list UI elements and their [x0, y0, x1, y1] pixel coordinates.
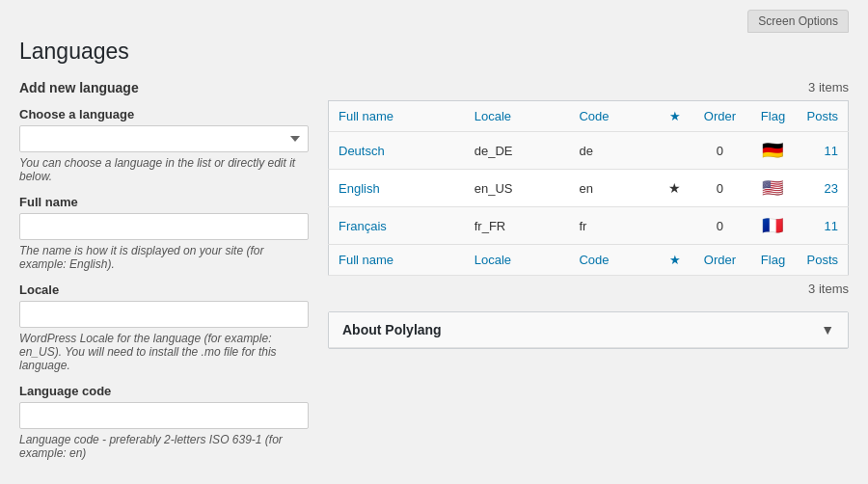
- cell-flag: 🇩🇪: [748, 132, 797, 170]
- language-code-input[interactable]: [19, 402, 309, 429]
- chevron-down-icon: ▼: [821, 322, 834, 337]
- cell-fullname[interactable]: Français: [329, 207, 465, 245]
- content-area: Add new language Choose a language You c…: [19, 80, 849, 471]
- full-name-input[interactable]: [19, 213, 309, 240]
- choose-language-help: You can choose a language in the list or…: [19, 156, 309, 183]
- language-code-group: Language code Language code - preferably…: [19, 384, 309, 460]
- cell-locale: fr_FR: [465, 207, 570, 245]
- cell-flag: 🇫🇷: [748, 207, 797, 245]
- choose-language-select[interactable]: [19, 125, 309, 152]
- languages-table: Full name Locale Code ★ Order Flag Posts…: [328, 100, 849, 276]
- table-footer-row: Full name Locale Code ★ Order Flag Posts: [329, 245, 849, 276]
- cell-flag: 🇺🇸: [748, 170, 797, 207]
- star-icon: ★: [668, 180, 681, 196]
- about-polylang-toggle[interactable]: About Polylang ▼: [329, 312, 848, 348]
- full-name-label: Full name: [19, 195, 309, 209]
- col-footer-code[interactable]: Code: [569, 245, 659, 276]
- language-code-label: Language code: [19, 384, 309, 398]
- col-footer-order[interactable]: Order: [691, 245, 748, 276]
- items-count-bottom: 3 items: [328, 282, 849, 296]
- table-header-row: Full name Locale Code ★ Order Flag Posts: [329, 101, 849, 132]
- cell-star[interactable]: [659, 132, 691, 170]
- cell-code: en: [569, 170, 659, 207]
- cell-posts: 11: [797, 132, 848, 170]
- choose-language-label: Choose a language: [19, 107, 309, 121]
- locale-input[interactable]: [19, 301, 309, 328]
- cell-fullname[interactable]: Deutsch: [329, 132, 465, 170]
- choose-language-group: Choose a language You can choose a langu…: [19, 107, 309, 183]
- screen-options-button[interactable]: Screen Options: [747, 10, 849, 33]
- col-header-fullname[interactable]: Full name: [329, 101, 465, 132]
- col-header-locale[interactable]: Locale: [465, 101, 570, 132]
- cell-posts: 11: [797, 207, 848, 245]
- right-panel: 3 items Full name Locale Code ★ Order Fl…: [328, 80, 849, 349]
- locale-group: Locale WordPress Locale for the language…: [19, 282, 309, 372]
- locale-help: WordPress Locale for the language (for e…: [19, 332, 309, 372]
- add-new-language-title: Add new language: [19, 80, 309, 95]
- locale-label: Locale: [19, 282, 309, 297]
- col-footer-fullname[interactable]: Full name: [329, 245, 465, 276]
- cell-star[interactable]: ★: [659, 170, 691, 207]
- col-header-posts[interactable]: Posts: [797, 101, 848, 132]
- table-row: Deutschde_DEde0🇩🇪11: [329, 132, 849, 170]
- language-code-help: Language code - preferably 2-letters ISO…: [19, 433, 309, 460]
- cell-locale: en_US: [465, 170, 570, 207]
- col-footer-star[interactable]: ★: [659, 245, 691, 276]
- top-bar: Screen Options: [19, 10, 849, 33]
- cell-fullname[interactable]: English: [329, 170, 465, 207]
- col-header-order[interactable]: Order: [691, 101, 748, 132]
- page-title: Languages: [19, 39, 849, 65]
- col-footer-locale[interactable]: Locale: [465, 245, 570, 276]
- col-header-flag: Flag: [748, 101, 797, 132]
- items-count-top: 3 items: [328, 80, 849, 94]
- cell-code: fr: [569, 207, 659, 245]
- col-footer-flag: Flag: [748, 245, 797, 276]
- cell-locale: de_DE: [465, 132, 570, 170]
- cell-star[interactable]: [659, 207, 691, 245]
- cell-code: de: [569, 132, 659, 170]
- page-wrapper: Screen Options Languages Add new languag…: [0, 0, 868, 484]
- about-polylang-section: About Polylang ▼: [328, 311, 849, 349]
- cell-order: 0: [691, 170, 748, 207]
- col-header-code[interactable]: Code: [569, 101, 659, 132]
- table-row: Englishen_USen★0🇺🇸23: [329, 170, 849, 207]
- col-header-star[interactable]: ★: [659, 101, 691, 132]
- about-polylang-title: About Polylang: [342, 322, 442, 337]
- col-footer-posts[interactable]: Posts: [797, 245, 848, 276]
- left-panel: Add new language Choose a language You c…: [19, 80, 309, 471]
- table-row: Françaisfr_FRfr0🇫🇷11: [329, 207, 849, 245]
- full-name-help: The name is how it is displayed on your …: [19, 244, 309, 271]
- cell-posts: 23: [797, 170, 848, 207]
- full-name-group: Full name The name is how it is displaye…: [19, 195, 309, 271]
- cell-order: 0: [691, 132, 748, 170]
- cell-order: 0: [691, 207, 748, 245]
